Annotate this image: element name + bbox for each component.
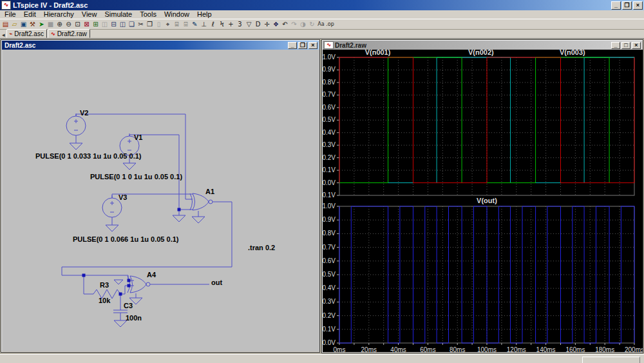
v1-ref-label[interactable]: V1	[134, 133, 142, 141]
waveform-plot-area[interactable]: 1.0V0.9V0.8V0.7V0.6V0.5V0.4V0.3V0.2V0.1V…	[323, 50, 643, 352]
x-tick-label: 120ms	[507, 346, 526, 352]
x-tick-label: 0ms	[334, 346, 346, 352]
netlist-button[interactable]: ⊞	[91, 20, 100, 28]
main-restore-button[interactable]: ❐	[622, 1, 632, 10]
ground-button[interactable]: ⊥	[200, 20, 208, 28]
out-net-label[interactable]: out	[211, 279, 222, 286]
schematic-restore-button[interactable]: ❐	[298, 42, 307, 49]
inductor-button[interactable]: 3	[236, 20, 244, 28]
new-schematic-button[interactable]: ▤	[1, 20, 10, 28]
r3-ref-label[interactable]: R3	[100, 281, 109, 289]
ground-symbol-a4-input[interactable]	[114, 280, 123, 284]
schematic-title-bar[interactable]: Draft2.asc _ ❐ ×	[2, 41, 319, 50]
main-title-bar[interactable]: ∿ LTspice IV - Draft2.asc _ ❐ ×	[0, 0, 644, 10]
bom-button[interactable]: ◫	[100, 20, 109, 28]
tab-label: Draft2.asc	[14, 30, 44, 37]
ground-symbol-a1-com[interactable]	[192, 217, 205, 223]
capacitor-c3[interactable]	[113, 310, 128, 313]
menu-help[interactable]: Help	[193, 10, 216, 19]
waveform-close-button[interactable]: ×	[632, 42, 641, 49]
net-label-button[interactable]: ℓ	[209, 20, 217, 28]
halt-button[interactable]: ■	[46, 20, 55, 28]
find-button[interactable]: ⌖	[164, 20, 172, 28]
legend-vn003[interactable]: V(n003)	[560, 50, 585, 56]
wire-button[interactable]: ✎	[191, 20, 199, 28]
c3-value-label[interactable]: 100n	[126, 314, 142, 322]
waveform-title-bar[interactable]: ∿ Draft2.raw _ □ ×	[323, 41, 642, 50]
schematic-close-button[interactable]: ×	[308, 42, 317, 49]
x-tick-label: 140ms	[536, 346, 556, 352]
schematic-minimize-button[interactable]: _	[288, 42, 297, 49]
y-tick-label: 0.0V	[323, 179, 336, 186]
menu-hierarchy[interactable]: Hierarchy	[40, 10, 78, 19]
v2-value-label[interactable]: PULSE(0 1 0.033 1u 1u 0.05 0.1)	[35, 152, 142, 160]
y-tick-label: 0.6V	[323, 257, 336, 264]
move-button[interactable]: ✛	[263, 20, 271, 28]
legend-vn001[interactable]: V(n001)	[365, 50, 391, 56]
capacitor-button[interactable]: +	[227, 20, 235, 28]
menu-edit[interactable]: Edit	[20, 10, 40, 19]
tab-scroll-left-icon[interactable]: ◂	[1, 32, 6, 38]
copy-button[interactable]: ❐	[146, 20, 154, 28]
c3-ref-label[interactable]: C3	[124, 302, 133, 309]
main-minimize-button[interactable]: _	[611, 1, 621, 10]
print-setup-button[interactable]: ⌸	[173, 20, 181, 28]
waveform-window: ∿ Draft2.raw _ □ × 1.0V0.9V0.8V0.7V0.6V0…	[321, 39, 643, 353]
menu-file[interactable]: File	[1, 10, 20, 19]
v3-ref-label[interactable]: V3	[118, 193, 127, 201]
text-button[interactable]: Aa	[317, 20, 325, 28]
print-button[interactable]: ⌹	[182, 20, 190, 28]
rotate-button[interactable]: ↻	[308, 20, 316, 28]
tran-directive-label[interactable]: .tran 0.2	[248, 244, 275, 251]
run-button[interactable]: ➤	[37, 20, 46, 28]
open-button[interactable]: ▱	[10, 20, 19, 28]
ground-symbol-c3[interactable]	[114, 320, 127, 327]
tab-draft2-raw[interactable]: ∿Draft2.raw	[48, 29, 90, 38]
menu-window[interactable]: Window	[160, 10, 193, 19]
mirror-button[interactable]: ◑	[299, 20, 307, 28]
diode-button[interactable]: ▽	[245, 20, 253, 28]
ground-symbol-v3[interactable]	[106, 225, 118, 231]
menu-simulate[interactable]: Simulate	[100, 10, 136, 19]
cut-button[interactable]: ✂	[137, 20, 145, 28]
component-button[interactable]: D	[254, 20, 262, 28]
tile-vertical-button[interactable]: ◫	[118, 20, 127, 28]
ground-symbol-a1-input[interactable]	[173, 215, 185, 222]
resistor-button[interactable]: Ϟ	[218, 20, 226, 28]
drag-button[interactable]: ❖	[272, 20, 280, 28]
tab-draft2-asc[interactable]: ⌁Draft2.asc	[6, 29, 47, 38]
ground-symbol-v2[interactable]	[70, 143, 82, 150]
undo-button[interactable]: ↶	[281, 20, 289, 28]
v1-value-label[interactable]: PULSE(0 1 0 1u 1u 0.05 0.1)	[90, 173, 182, 181]
waveform-maximize-button[interactable]: □	[621, 42, 630, 49]
spice-directive-button[interactable]: .op	[326, 20, 334, 28]
schematic-canvas[interactable]: V2 V1 V3 PULSE(0 1 0.033 1u 1u 0.05 0.1)…	[2, 50, 319, 351]
xor-gate-a1[interactable]	[190, 193, 213, 210]
waveform-minimize-button[interactable]: _	[611, 42, 620, 49]
zoom-area-button[interactable]: ⊠	[82, 20, 91, 28]
zoom-in-button[interactable]: ⊕	[55, 20, 64, 28]
legend-vout[interactable]: V(out)	[477, 197, 497, 204]
main-close-button[interactable]: ×	[633, 1, 643, 10]
ground-symbol-v1[interactable]	[123, 163, 136, 170]
r3-value-label[interactable]: 10k	[99, 297, 111, 304]
control-panel-button[interactable]: ⚒	[28, 20, 37, 28]
menu-view[interactable]: View	[78, 10, 101, 19]
waveform-tab-icon: ∿	[51, 31, 55, 37]
voltage-source-v2[interactable]	[66, 113, 86, 138]
legend-vn002[interactable]: V(n002)	[468, 50, 494, 56]
cascade-button[interactable]: ❏	[128, 20, 136, 28]
junction-dot	[178, 208, 181, 211]
paste-button[interactable]: ▯	[155, 20, 163, 28]
zoom-extents-button[interactable]: ⊡	[73, 20, 82, 28]
x-tick-label: 200ms	[625, 346, 643, 352]
a1-ref-label[interactable]: A1	[205, 188, 214, 195]
v3-value-label[interactable]: PULSE(0 1 0.066 1u 1u 0.05 0.1)	[73, 235, 179, 243]
v2-ref-label[interactable]: V2	[80, 109, 88, 117]
menu-tools[interactable]: Tools	[136, 10, 160, 19]
tile-horizontal-button[interactable]: ⊟	[109, 20, 118, 28]
redo-button[interactable]: ↷	[290, 20, 298, 28]
a4-ref-label[interactable]: A4	[147, 271, 156, 279]
zoom-out-button[interactable]: ⊖	[64, 20, 73, 28]
save-button[interactable]: ▣	[19, 20, 28, 28]
